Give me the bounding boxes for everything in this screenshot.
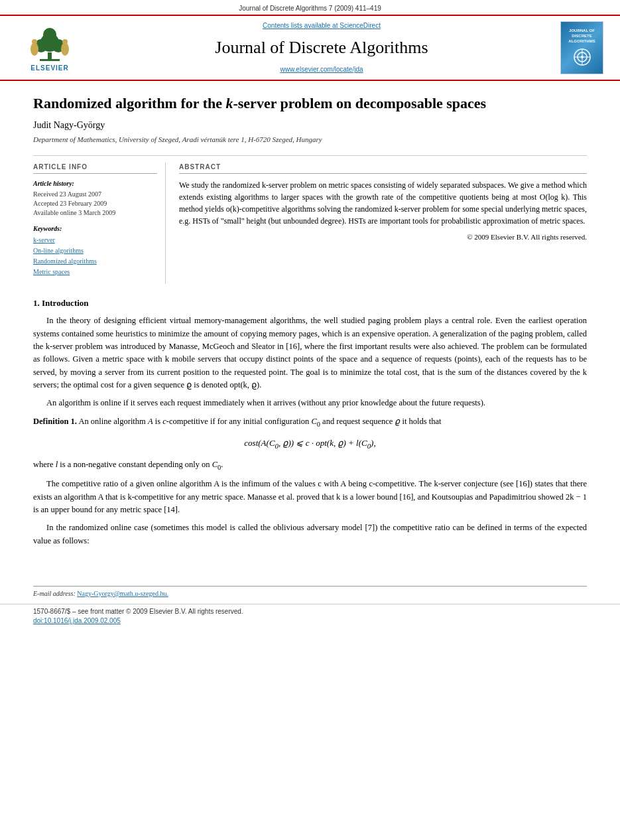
math-formula-1: cost(A(C0, ϱ)) ⩽ c · opt(k, ϱ) + l(C0), <box>33 437 587 451</box>
svg-rect-1 <box>40 59 60 61</box>
received-date: Received 23 August 2007 <box>33 190 157 199</box>
journal-top-bar: Journal of Discrete Algorithms 7 (2009) … <box>0 0 620 15</box>
where-text: where l is a non-negative constant depen… <box>33 459 587 472</box>
formula-text: cost(A(C0, ϱ)) ⩽ c · opt(k, ϱ) + l(C0), <box>244 438 375 448</box>
paper-title: Randomized algorithm for the k-server pr… <box>33 94 587 113</box>
intro-para2: An algorithm is online if it serves each… <box>33 397 587 409</box>
section-1-heading: 1. Introduction <box>33 297 587 309</box>
svg-point-9 <box>62 39 68 44</box>
footer-email: E-mail address: Nagy-Gyorgy@math.u-szege… <box>0 589 620 598</box>
article-info-panel: ARTICLE INFO Article history: Received 2… <box>33 163 166 284</box>
elsevier-tree-icon <box>20 23 80 62</box>
keyword-online[interactable]: On-line algorithms <box>33 245 157 256</box>
keyword-kserver[interactable]: k-server <box>33 235 157 245</box>
cover-title-text: JOURNAL OF DISCRETE ALGORITHMS <box>564 29 600 44</box>
svg-point-7 <box>32 39 37 44</box>
paper-content: Randomized algorithm for the k-server pr… <box>0 81 620 573</box>
svg-point-5 <box>43 28 56 41</box>
intro-para1: In the theory of designing efficient vir… <box>33 315 587 391</box>
title-part1: Randomized algorithm for the <box>33 95 225 111</box>
history-section: Article history: Received 23 August 2007… <box>33 179 157 218</box>
keywords-section: Keywords: k-server On-line algorithms Ra… <box>33 224 157 277</box>
cover-icon <box>572 47 592 67</box>
cover-box: JOURNAL OF DISCRETE ALGORITHMS <box>560 21 603 74</box>
journal-header: ELSEVIER Contents lists available at Sci… <box>0 15 620 81</box>
definition-text-content: An online algorithm A is c-competitive i… <box>78 417 441 426</box>
available-date: Available online 3 March 2009 <box>33 208 157 218</box>
intro-para4: In the randomized online case (sometimes… <box>33 522 587 547</box>
abstract-panel: ABSTRACT We study the randomized k-serve… <box>179 163 587 284</box>
journal-reference: Journal of Discrete Algorithms 7 (2009) … <box>239 5 381 12</box>
page: Journal of Discrete Algorithms 7 (2009) … <box>0 0 620 840</box>
keyword-metric[interactable]: Metric spaces <box>33 267 157 277</box>
keyword-randomized[interactable]: Randomized algorithms <box>33 256 157 267</box>
intro-para3: The competitive ratio of a given online … <box>33 478 587 516</box>
footer-legal: 1570-8667/$ – see front matter © 2009 El… <box>0 604 620 628</box>
journal-main-title: Journal of Discrete Algorithms <box>215 36 428 60</box>
contents-text: Contents lists available at <box>263 22 340 29</box>
footer-divider <box>33 586 587 587</box>
elsevier-logo: ELSEVIER <box>13 21 86 74</box>
abstract-text: We study the randomized k-server problem… <box>179 179 587 227</box>
where-content: where l is a non-negative constant depen… <box>33 460 223 469</box>
elsevier-brand-label: ELSEVIER <box>31 64 68 73</box>
sciencedirect-link-text[interactable]: ScienceDirect <box>340 22 381 29</box>
keywords-label: Keywords: <box>33 224 157 234</box>
definition-1: Definition 1. An online algorithm A is c… <box>33 415 587 430</box>
title-part2: -server problem on decomposable spaces <box>233 95 486 111</box>
meta-abstract-row: ARTICLE INFO Article history: Received 2… <box>33 155 587 284</box>
abstract-heading: ABSTRACT <box>179 163 587 174</box>
accepted-date: Accepted 23 February 2009 <box>33 199 157 208</box>
author-name: Judit Nagy-György <box>33 119 587 132</box>
title-italic: k <box>225 95 233 111</box>
email-label: E-mail address: <box>33 590 76 597</box>
doi-line[interactable]: doi:10.1016/j.jda.2009.02.005 <box>33 616 587 626</box>
journal-url[interactable]: www.elsevier.com/locate/jda <box>280 65 363 74</box>
issn-line: 1570-8667/$ – see front matter © 2009 El… <box>33 607 587 616</box>
email-value[interactable]: Nagy-Gyorgy@math.u-szeged.hu. <box>77 590 168 597</box>
affiliation: Department of Mathematics, University of… <box>33 135 587 145</box>
journal-title-section: Contents lists available at ScienceDirec… <box>93 21 550 74</box>
definition-label: Definition 1. <box>33 417 77 426</box>
journal-cover-image: JOURNAL OF DISCRETE ALGORITHMS <box>557 21 607 74</box>
history-label: Article history: <box>33 179 157 188</box>
copyright-line: © 2009 Elsevier B.V. All rights reserved… <box>179 232 587 242</box>
article-info-heading: ARTICLE INFO <box>33 163 157 174</box>
sciencedirect-line: Contents lists available at ScienceDirec… <box>263 21 381 31</box>
